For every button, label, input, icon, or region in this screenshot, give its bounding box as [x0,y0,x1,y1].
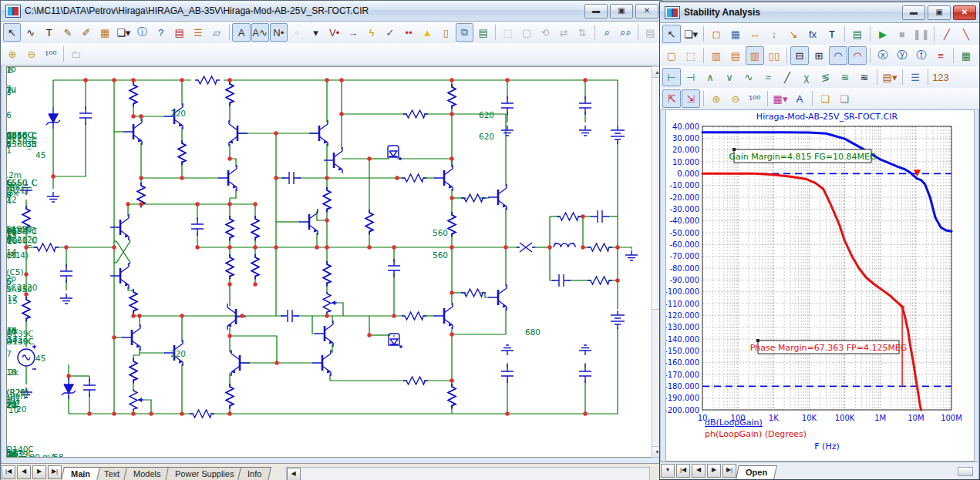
page-border-icon[interactable]: ☰ [189,23,207,42]
show-grayed-icon[interactable]: ▫ [288,23,306,42]
flip-vertical-icon[interactable]: ⇅ [574,23,591,42]
y-axis-icon[interactable]: ⓨ [893,46,911,65]
intersect-1-icon[interactable]: χ [797,68,816,86]
stop-icon[interactable]: ■ [893,25,911,43]
show-pin-connections-icon[interactable]: •• [400,23,418,42]
vertical-tag-icon[interactable]: ↕ [765,25,783,43]
high-point-icon[interactable]: ∿ [739,68,758,86]
text-mode-icon[interactable]: T [40,23,58,42]
cursor-left-icon[interactable]: ⊢ [662,68,681,86]
show-conditions-icon[interactable]: ✓ [381,23,399,42]
tab-main[interactable]: Main [61,467,100,480]
zoom-100-icon[interactable]: ¹⁰⁰ [42,45,60,63]
page-nav-1-icon[interactable]: ◀ [17,465,31,479]
new-page-icon[interactable]: ▯ [437,23,455,42]
panel-vertical-icon[interactable]: ▥ [707,46,726,65]
zoom-100-icon[interactable]: ¹⁰⁰ [746,89,764,108]
x-axis-icon[interactable]: ⓧ [874,46,892,65]
pause-icon[interactable]: ❚❚ [912,25,931,43]
help-mode-icon[interactable]: ? [152,23,170,42]
schematic-canvas[interactable]: C247uD1BZX585-B7V5R3620R81.5kR10560Q2BC5… [6,66,653,458]
curve-marker-icon[interactable]: ◠ [848,46,867,65]
page-nav-0-icon[interactable]: |◀ [676,464,690,478]
box-region-icon[interactable]: ▢ [517,23,535,42]
plot-area[interactable]: Hiraga-Mod-AB-25V_SR-ГОСТ.CIR40.00030.00… [665,109,975,462]
hscroll-left-icon[interactable]: ◀ [287,468,301,480]
close-button[interactable]: ✕ [635,4,658,18]
find-next-icon[interactable]: ⌕⌕ [617,23,635,42]
select-mode-icon[interactable]: ↖ [3,23,21,42]
component-gallery-icon[interactable]: ▦ [96,23,114,42]
graph-properties-icon[interactable]: ▦ [726,25,745,43]
flowchart-mode-icon[interactable]: ⧉ [456,23,473,42]
color-palette-icon[interactable]: ▦▾ [771,89,790,108]
check-models-icon[interactable]: ▤ [170,23,188,42]
fx-axis-icon[interactable]: ⓕ [912,46,931,65]
formula-tag-icon[interactable]: fx [803,25,822,43]
tab-models[interactable]: Models [123,467,170,480]
negative-slope-icon[interactable]: ╲ [957,25,975,43]
show-attribute-values-icon[interactable]: A∿ [251,23,269,42]
data-list-icon[interactable]: ☰ [906,68,924,86]
crosshair-cursor-icon[interactable]: ⊞ [810,46,828,65]
page-nav-2-icon[interactable]: ▶ [32,465,46,479]
select-region-icon[interactable]: ▢ [662,46,681,65]
run-icon[interactable]: ▶ [874,25,892,43]
analysis-hscroll-thumb[interactable] [958,467,973,476]
scale-y-icon[interactable]: ⇲ [682,89,700,108]
shapes-dropdown-icon[interactable]: ❏▾ [682,25,700,43]
rotate-icon[interactable]: ⟲ [536,23,554,42]
select-region-icon[interactable]: ⬚ [499,23,517,42]
edit-description-icon[interactable]: ▱ [207,23,225,42]
font-icon[interactable]: A [790,89,809,108]
valley-icon[interactable]: ∨ [720,68,739,86]
zoom-out-icon[interactable]: ⊖ [22,45,41,63]
low-point-icon[interactable]: ≈ [759,68,777,86]
page-nav-1-icon[interactable]: ◀ [692,464,706,478]
find-icon[interactable]: ⌕ [598,23,616,42]
text-mode-icon[interactable]: T [823,25,841,43]
inflection-icon[interactable]: ╱ [778,68,796,86]
zoom-in-icon[interactable]: ⊕ [3,45,22,63]
schematic-hscrollbar[interactable]: ◀ [286,467,650,480]
scale-x-icon[interactable]: ⇱ [662,89,681,108]
axis-menu-icon[interactable]: ≡ [931,46,950,65]
show-node-voltages-icon[interactable]: V• [325,23,343,42]
show-attribute-text-icon[interactable]: A [232,23,250,42]
properties-icon[interactable]: ▤ [848,25,867,43]
restore-button[interactable]: ▣ [610,4,633,18]
zoom-in-icon[interactable]: ⊕ [707,89,726,108]
wire-mode-icon[interactable]: ∿ [22,23,39,42]
page-properties-icon[interactable]: ▤ [474,23,492,42]
send-back-icon[interactable]: ❏ [835,89,854,108]
legend-ph[interactable]: ph(LoopGain) (Degrees) [705,429,807,439]
minimize-button[interactable]: ▬ [584,4,608,18]
flip-horizontal-icon[interactable]: ⇄ [555,23,573,42]
scale-mode-icon[interactable]: ↔ [746,25,764,43]
tab-info[interactable]: Info [237,467,271,480]
copy-image-icon[interactable]: 🗀 [67,45,86,63]
polygon-mode-icon[interactable]: ✐ [78,23,96,42]
zoom-window-icon[interactable]: ◻ [707,25,726,43]
clipboard-dropdown-icon[interactable]: ▤▾ [881,68,899,86]
cursor-right-icon[interactable]: ⊣ [682,68,700,86]
edit-table-icon[interactable]: ▦ [957,46,975,65]
tab-power-supplies[interactable]: Power Supplies [165,467,244,480]
positive-slope-icon[interactable]: ╱ [938,25,956,43]
shapes-dropdown-icon[interactable]: ❏▾ [115,23,133,42]
panel-two-icon[interactable]: ▯▯ [765,46,783,65]
zoom-out-icon[interactable]: ⊖ [726,89,745,108]
panel-horizontal-icon[interactable]: ▤ [726,46,745,65]
warning-layer-icon[interactable]: ▲ [419,23,436,42]
show-currents-icon[interactable]: → [344,23,362,42]
info-mode-icon[interactable]: ⓘ [133,23,151,42]
page-nav-3-icon[interactable]: ▶| [48,465,62,479]
family-1-icon[interactable]: ≋ [836,68,854,86]
family-2-icon[interactable]: ≋ [855,68,874,86]
minimize-button[interactable]: ▬ [902,5,925,20]
horizontal-tag-icon[interactable]: ↘ [784,25,803,43]
line-mode-icon[interactable]: ✎ [59,23,76,42]
page-nav-3-icon[interactable]: ▶| [722,464,736,478]
numeric-output-icon[interactable]: 123 [931,68,950,86]
legend-db[interactable]: dB(LoopGain) [705,418,763,428]
